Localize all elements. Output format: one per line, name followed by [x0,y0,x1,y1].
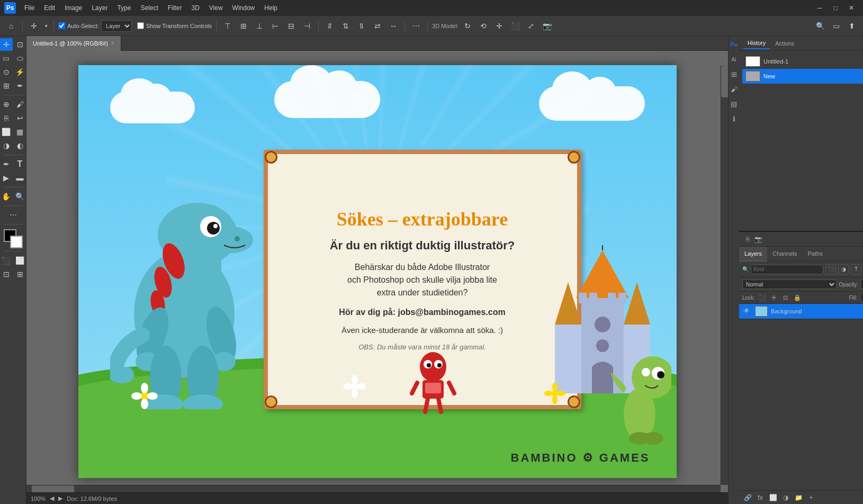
distribute-v-btn[interactable]: ⇅ [339,19,353,33]
horizontal-scrollbar[interactable] [26,485,721,492]
layer-select[interactable]: Layer [101,20,132,32]
3d-scale-btn[interactable]: ⤢ [524,19,538,33]
layer-style-btn[interactable]: fx [755,493,766,502]
align-left-btn[interactable]: ⊢ [268,19,282,33]
clone-tool[interactable]: ⎘ [0,112,13,124]
menu-filter[interactable]: Filter [164,3,186,13]
vertical-scrollbar[interactable] [721,66,728,485]
layer-visibility-eye[interactable]: 👁 [743,307,752,316]
filter-pixel-btn[interactable]: ⬛ [825,264,836,275]
path-select-tool[interactable]: ▶ [0,172,13,184]
brush-tool[interactable]: 🖌 [14,98,26,111]
filter-type-btn[interactable]: T [851,264,861,275]
menu-3d[interactable]: 3D [187,3,203,13]
align-vcenter-btn[interactable]: ⊞ [237,19,250,33]
info-icon[interactable]: ℹ [729,113,739,124]
link-layers-btn[interactable]: 🔗 [742,493,753,502]
3d-slide-btn[interactable]: ⬛ [508,19,522,33]
filter-adj-btn[interactable]: ◑ [838,264,849,275]
transform-checkbox[interactable] [137,22,144,29]
3d-rotate-btn[interactable]: ↻ [461,19,474,33]
rect-marquee-tool[interactable]: ▭ [0,52,13,65]
distribute-left-btn[interactable]: ⇄ [371,19,384,33]
layers-tab-layers[interactable]: Layers [739,247,767,262]
v-scrollbar-thumb[interactable] [721,66,728,97]
menu-image[interactable]: Image [60,3,86,13]
move-tool-options[interactable]: ✛ [27,19,41,33]
layer-item-background[interactable]: 👁 Background 🔒 [739,304,863,319]
align-hcenter-btn[interactable]: ⊟ [284,19,298,33]
menu-view[interactable]: View [205,3,227,13]
layers-search-input[interactable] [751,265,823,274]
lasso-tool[interactable]: ⊙ [0,66,13,78]
pen-tool[interactable]: ✒ [0,158,13,170]
quick-select-tool[interactable]: ⚡ [14,66,26,78]
distribute-h-btn[interactable]: ↔ [386,19,400,33]
opacity-input[interactable] [860,280,863,289]
menu-help[interactable]: Help [260,3,282,13]
eraser-tool[interactable]: ⬜ [0,125,13,138]
quick-mask-btn[interactable]: ⬛ [0,254,13,267]
gradient-tool[interactable]: ▦ [14,125,26,138]
move-tool-dropdown[interactable]: ▾ [43,19,49,33]
new-group-btn[interactable]: 📁 [793,493,804,502]
h-scrollbar-thumb[interactable] [32,485,74,492]
menu-layer[interactable]: Layer [87,3,112,13]
workspace-btn[interactable]: ▭ [829,19,843,33]
search-btn[interactable]: 🔍 [813,19,827,33]
placeholder-tool[interactable]: ⊞ [14,268,26,281]
home-btn[interactable]: ⌂ [4,19,18,33]
layers-icon-side[interactable]: ▤ [729,98,739,109]
eyedropper-tool[interactable]: ✒ [14,79,26,92]
menu-select[interactable]: Select [136,3,162,13]
tab-close-btn[interactable]: × [111,40,114,46]
hand-tool[interactable]: ✋ [0,190,13,203]
brush-icon-side[interactable]: 🖌 [729,84,739,94]
fill-input[interactable] [860,293,863,302]
history-tab[interactable]: History [743,38,770,49]
3d-pan-btn[interactable]: ✛ [492,19,506,33]
3d-camera-btn[interactable]: 📷 [540,19,554,33]
align-top-btn[interactable]: ⊤ [221,19,235,33]
blend-mode-select[interactable]: Normal [742,280,837,289]
move-tool[interactable]: ✛ [0,38,13,51]
layer-mask-btn[interactable]: ⬜ [768,493,778,502]
extra-tools-btn[interactable]: ⋯ [7,209,20,221]
canvas-tab-active[interactable]: Untitled-1 @ 100% (RGB/8#) × [26,36,121,51]
distribute-bottom-btn[interactable]: ⥮ [355,19,368,33]
screen-mode-btn[interactable]: ⬜ [14,254,26,267]
menu-window[interactable]: Window [228,3,259,13]
share-btn[interactable]: ⬆ [845,19,859,33]
layers-tab-paths[interactable]: Paths [803,247,828,262]
history-item-2[interactable]: New [742,69,863,84]
ai-icon[interactable]: Ai [729,54,739,65]
history-brush-tool[interactable]: ↩ [14,112,26,124]
lock-pixels-icon[interactable]: ⬛ [758,293,767,302]
distribute-top-btn[interactable]: ⥯ [323,19,337,33]
burn-tool[interactable]: ◐ [14,139,26,152]
dodge-tool[interactable]: ◑ [0,139,13,152]
menu-type[interactable]: Type [113,3,135,13]
crop-tool[interactable]: ⊞ [0,79,13,92]
3d-roll-btn[interactable]: ⟲ [477,19,490,33]
ellip-marquee-tool[interactable]: ⬭ [14,52,26,65]
lock-artboard-icon[interactable]: ⊡ [781,293,790,302]
minimize-button[interactable]: ─ [812,2,827,14]
menu-edit[interactable]: Edit [40,3,59,13]
maximize-button[interactable]: □ [828,2,843,14]
zoom-tool[interactable]: 🔍 [14,190,26,203]
shape-tool[interactable]: ▬ [14,172,26,184]
menu-file[interactable]: File [20,3,39,13]
grid-icon[interactable]: ⊞ [729,69,739,79]
actions-tab[interactable]: Actions [770,40,794,47]
layers-tab-channels[interactable]: Channels [767,247,802,262]
text-tool[interactable]: T [14,158,26,170]
layers-camera-btn[interactable]: 📷 [753,235,763,244]
lock-position-icon[interactable]: ✛ [770,293,778,302]
history-item-1[interactable]: Untitled-1 [742,54,863,69]
auto-select-checkbox[interactable] [58,22,65,29]
new-layer-btn[interactable]: + [806,493,816,502]
align-bottom-btn[interactable]: ⊥ [253,19,266,33]
adjustment-btn[interactable]: ◑ [780,493,791,502]
background-color[interactable] [10,236,23,248]
